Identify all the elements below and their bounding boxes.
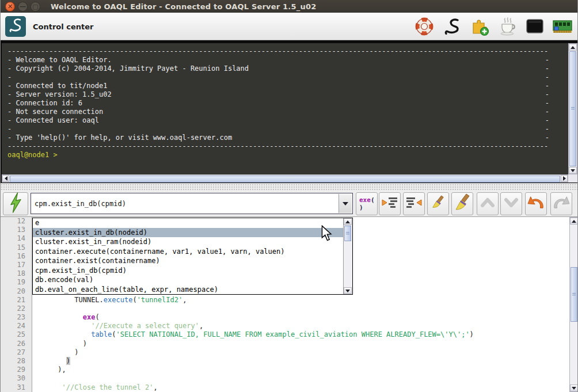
run-command-button[interactable]	[3, 192, 28, 215]
wrap-exe-button[interactable]: exe( )	[356, 192, 378, 215]
app-logo	[5, 16, 26, 37]
add-plugin-icon[interactable]	[469, 16, 490, 37]
line-number: 31	[1, 383, 32, 392]
clean-all-button[interactable]	[451, 192, 473, 215]
terminal-line: oaql@node1 >	[7, 151, 549, 159]
terminal-line: - Connected to tit/node1-	[7, 82, 549, 90]
code-line[interactable]: '//Close the tunnel 2',	[33, 383, 569, 392]
terminal-line: ----------------------------------------…	[7, 142, 549, 151]
autocomplete-item[interactable]: container.exist(containername)	[33, 256, 343, 266]
format-indent-icon	[381, 195, 398, 212]
line-number: 13	[1, 226, 32, 234]
lightning-bolt-icon	[9, 192, 22, 215]
minimize-button[interactable]: —	[18, 2, 28, 12]
line-number: 12	[1, 217, 32, 226]
code-line[interactable]: )	[33, 340, 569, 348]
autocomplete-list: ecluster.exist_in_db(nodeid)cluster.exis…	[33, 218, 343, 294]
clean-line-button[interactable]	[427, 192, 449, 215]
coffee-icon[interactable]	[497, 16, 518, 37]
terminal-panel: ----------------------------------------…	[1, 40, 578, 183]
line-number: 22	[1, 305, 32, 313]
combo-dropdown-button[interactable]	[339, 194, 352, 213]
autocomplete-item[interactable]: cpm.exist_in_db(cpmid)	[33, 266, 343, 276]
line-number: 16	[1, 252, 32, 261]
line-number: 17	[1, 261, 32, 269]
terminal-line: --	[7, 73, 549, 82]
scrollbar-corner	[568, 174, 577, 182]
code-line[interactable]	[33, 374, 569, 383]
code-line[interactable]	[33, 305, 569, 313]
line-number-gutter: 1213141516171819202122232425262728293031	[1, 217, 32, 392]
terminal-line: - Not secure connection-	[7, 108, 549, 116]
main-toolbar: Control center	[1, 13, 577, 40]
terminal-hscrollbar[interactable]	[2, 174, 568, 182]
control-center-label: Control center	[33, 13, 94, 40]
autocomplete-item[interactable]: db.encode(val)	[33, 275, 343, 285]
autocomplete-item[interactable]: container.execute(containername, var1, v…	[33, 247, 343, 257]
memory-board-icon[interactable]	[552, 16, 573, 37]
line-number: 21	[1, 296, 32, 305]
terminal-vscrollbar[interactable]	[568, 43, 577, 174]
popup-scrollbar[interactable]	[343, 218, 352, 294]
terminal-line: - Connected user: oaql-	[7, 116, 549, 125]
format-outdent-button[interactable]	[403, 192, 425, 215]
terminal-line: ----------------------------------------…	[7, 47, 549, 56]
chevron-down-disabled-icon	[503, 196, 519, 212]
code-line[interactable]: '//Execute a select query',	[33, 322, 569, 330]
line-number: 15	[1, 243, 32, 252]
help-lifering-icon[interactable]	[414, 16, 435, 37]
autocomplete-popup: ecluster.exist_in_db(nodeid)cluster.exis…	[32, 218, 353, 295]
code-line[interactable]: table('SELECT NATIONAL_ID, FULL_NAME FRO…	[33, 330, 569, 339]
chevron-up-icon	[480, 196, 496, 212]
chevron-down-icon	[343, 202, 348, 205]
terminal-line: - Type 'help()' for help, or visit www.o…	[7, 134, 549, 142]
redo-arrow-icon	[552, 195, 571, 212]
editor-vscrollbar[interactable]	[569, 217, 578, 392]
code-line[interactable]: ),	[33, 366, 569, 374]
line-number: 14	[1, 234, 32, 243]
terminal-prompt: oaql@node1 >	[7, 151, 58, 159]
line-number: 30	[1, 374, 32, 383]
line-number: 24	[1, 322, 32, 330]
terminal-line: - Connection id: 6-	[7, 99, 549, 108]
undo-arrow-icon	[527, 195, 545, 212]
line-number: 23	[1, 313, 32, 322]
redo-button[interactable]	[550, 192, 572, 215]
broom-large-icon	[453, 193, 471, 214]
code-line[interactable]: )	[33, 348, 569, 357]
line-number: 19	[1, 278, 32, 287]
terminal-output[interactable]: ----------------------------------------…	[2, 43, 568, 174]
autocomplete-item[interactable]: e	[33, 218, 343, 228]
code-line[interactable]: exe(	[33, 313, 569, 322]
line-number: 29	[1, 366, 32, 374]
move-down-button[interactable]	[500, 192, 522, 215]
line-number: 25	[1, 330, 32, 339]
command-input-value[interactable]: cpm.exist_in_db(cpmid)	[35, 193, 126, 214]
terminal-line: - Welcome to OAQL Editor.-	[7, 56, 549, 64]
command-toolbar: cpm.exist_in_db(cpmid) exe( )	[1, 191, 577, 216]
maximize-button[interactable]: ▢	[31, 2, 40, 12]
snake-logo-icon	[7, 17, 24, 36]
undo-button[interactable]	[525, 192, 547, 215]
terminal-line: - Copyright (c) 2004-2014, Jimmitry Paye…	[7, 64, 549, 73]
terminal-screen-icon[interactable]	[524, 16, 545, 37]
move-up-button[interactable]	[477, 192, 499, 215]
window-title: Welcome to OAQL Editor - Connected to OA…	[51, 2, 316, 11]
command-combobox[interactable]: cpm.exist_in_db(cpmid)	[31, 193, 353, 214]
snake-icon[interactable]	[442, 16, 462, 37]
close-button[interactable]: ✕	[5, 2, 15, 12]
broom-small-icon	[431, 195, 446, 213]
format-indent-button[interactable]	[379, 192, 401, 215]
terminal-line: --	[7, 125, 549, 134]
autocomplete-item-selected[interactable]: cluster.exist_in_db(nodeid)	[33, 228, 343, 238]
autocomplete-item[interactable]: db.eval_on_each_line(table, expr, namesp…	[33, 285, 343, 295]
toolbar-separator	[1, 183, 577, 191]
toolbar-icons	[414, 13, 573, 40]
line-number: 28	[1, 357, 32, 366]
line-number: 27	[1, 348, 32, 357]
terminal-line: - Server version: 1.5_u02-	[7, 90, 549, 99]
code-line[interactable]: TUNNEL.execute('tunnelId2',	[33, 296, 569, 305]
line-number: 18	[1, 269, 32, 278]
code-line[interactable]: )	[33, 357, 569, 366]
autocomplete-item[interactable]: cluster.exist_in_ram(nodeid)	[33, 237, 343, 247]
